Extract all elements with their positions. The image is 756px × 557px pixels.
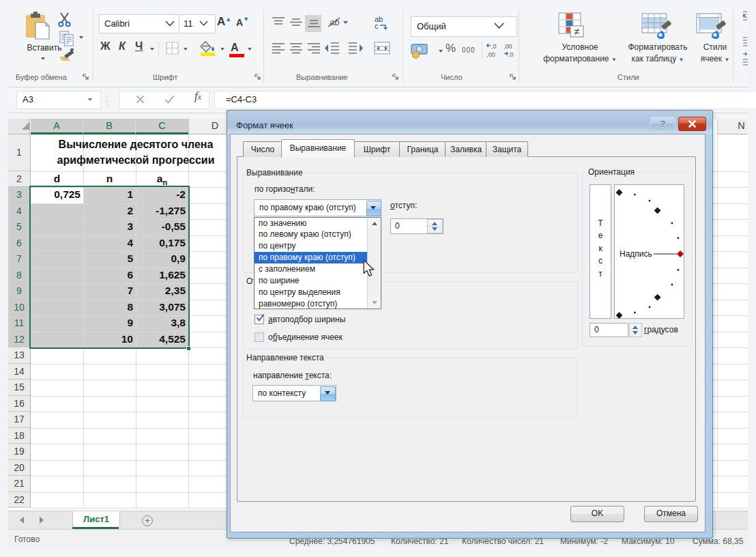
svg-text:Надпись: Надпись xyxy=(620,249,652,259)
svg-text:c: c xyxy=(375,22,379,30)
svg-text:,0: ,0 xyxy=(491,43,497,50)
svg-text:≠: ≠ xyxy=(575,26,580,37)
svg-text:,00: ,00 xyxy=(504,43,512,50)
svg-text:,0: ,0 xyxy=(508,51,514,58)
svg-text:,00: ,00 xyxy=(486,51,495,58)
